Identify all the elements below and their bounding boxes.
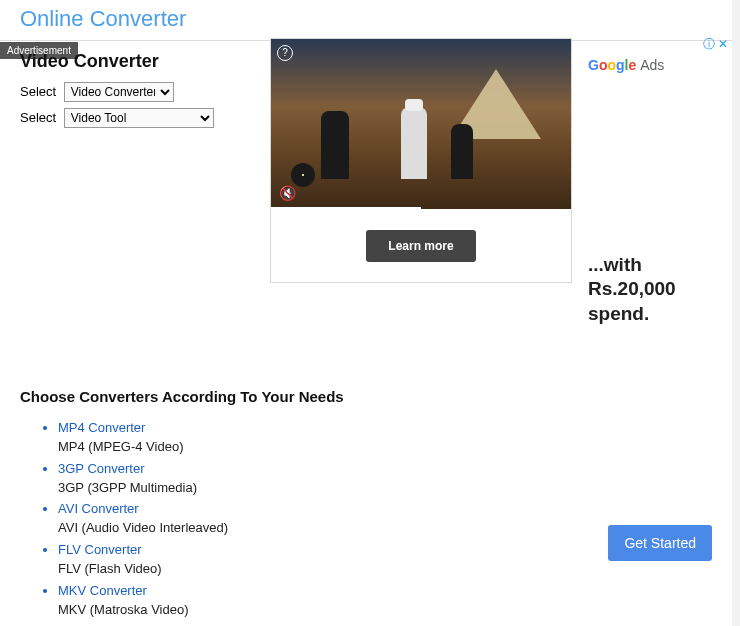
converter-link[interactable]: MP4 Converter xyxy=(58,420,145,435)
section-title: Choose Converters According To Your Need… xyxy=(20,388,720,405)
scrollbar-track[interactable] xyxy=(732,0,740,626)
list-item: MOV ConverterMOV (QuickTime Movie) xyxy=(58,622,720,626)
converter-link[interactable]: FLV Converter xyxy=(58,542,142,557)
converter-desc: MKV (Matroska Video) xyxy=(58,601,720,620)
converter-desc: 3GP (3GPP Multimedia) xyxy=(58,479,720,498)
info-icon[interactable]: ? xyxy=(277,45,293,61)
converter-select[interactable]: Video Converter xyxy=(64,82,174,102)
tool-select[interactable]: Video Tool xyxy=(64,108,214,128)
mute-icon[interactable]: 🔇 xyxy=(279,185,296,201)
site-title[interactable]: Online Converter xyxy=(20,6,186,31)
ad-controls: ⓘ ✕ xyxy=(588,36,728,53)
ad-drum-graphic xyxy=(291,163,315,187)
get-started-button[interactable]: Get Started xyxy=(608,525,712,561)
converter-list: MP4 ConverterMP4 (MPEG-4 Video)3GP Conve… xyxy=(20,419,720,626)
learn-more-button[interactable]: Learn more xyxy=(366,230,475,262)
ad-figure xyxy=(401,107,427,179)
ad-footer: Learn more xyxy=(271,209,571,282)
select-label: Select xyxy=(20,84,56,99)
converter-link[interactable]: AVI Converter xyxy=(58,501,139,516)
ad-figure xyxy=(451,124,473,179)
ad-info-icon[interactable]: ⓘ xyxy=(703,37,715,51)
converter-desc: MP4 (MPEG-4 Video) xyxy=(58,438,720,457)
list-item: 3GP Converter3GP (3GPP Multimedia) xyxy=(58,460,720,498)
header: Online Converter xyxy=(0,0,740,41)
ad-box: ? 🔇 Learn more xyxy=(270,38,572,283)
ad-progress-bar[interactable] xyxy=(271,207,421,209)
sidebar-ad: ⓘ ✕ Google Ads ...with Rs.20,000 spend. xyxy=(588,36,728,326)
google-ads-logo: Google Ads xyxy=(588,57,728,73)
ad-video[interactable]: ? 🔇 xyxy=(271,39,571,209)
list-item: MKV ConverterMKV (Matroska Video) xyxy=(58,582,720,620)
ad-close-icon[interactable]: ✕ xyxy=(718,37,728,51)
promo-text: ...with Rs.20,000 spend. xyxy=(588,253,728,326)
ad-figure xyxy=(321,111,349,179)
select-label: Select xyxy=(20,110,56,125)
converter-link[interactable]: MKV Converter xyxy=(58,583,147,598)
converter-link[interactable]: 3GP Converter xyxy=(58,461,144,476)
list-item: MP4 ConverterMP4 (MPEG-4 Video) xyxy=(58,419,720,457)
converter-desc: FLV (Flash Video) xyxy=(58,560,720,579)
